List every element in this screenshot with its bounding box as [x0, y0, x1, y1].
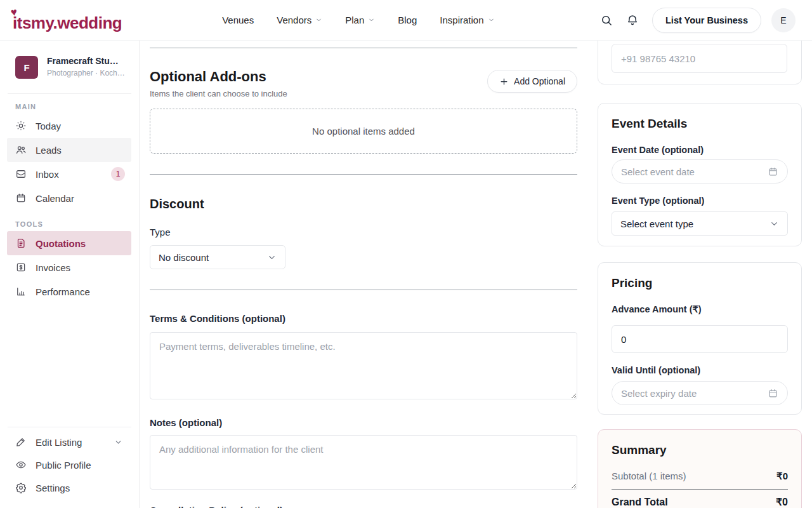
document-icon	[15, 237, 27, 249]
client-details-card	[598, 41, 802, 84]
sidebar: F Framecraft Stu… Photographer · Koch… M…	[0, 41, 140, 508]
chevron-down-icon	[114, 438, 122, 446]
sidebar-item-label: Today	[36, 121, 61, 131]
discount-type-label: Type	[150, 227, 577, 238]
calendar-icon	[15, 192, 27, 204]
divider	[8, 427, 131, 427]
notes-label: Notes (optional)	[150, 417, 577, 429]
sidebar-item-edit-listing[interactable]: Edit Listing	[7, 431, 131, 453]
cancellation-policy-label: Cancellation Policy (optional)	[150, 505, 577, 508]
list-your-business-button[interactable]: List Your Business	[652, 8, 761, 33]
sidebar-item-label: Leads	[36, 145, 62, 156]
header-actions: List Your Business E	[600, 8, 796, 33]
summary-title: Summary	[612, 443, 788, 458]
sidebar-item-inbox[interactable]: Inbox 1	[7, 162, 131, 186]
grand-total-row: Grand Total ₹0	[612, 496, 788, 508]
users-icon	[15, 144, 27, 156]
sidebar-item-label: Public Profile	[36, 460, 91, 471]
section-divider	[150, 290, 577, 290]
event-details-card: Event Details Event Date (optional) Sele…	[598, 103, 802, 246]
event-details-title: Event Details	[612, 116, 788, 131]
user-avatar[interactable]: E	[771, 8, 796, 32]
summary-divider	[612, 489, 788, 490]
pricing-title: Pricing	[612, 276, 788, 291]
main-nav: Venues Vendors Plan Blog Inspiration	[222, 15, 494, 25]
sidebar-item-label: Settings	[36, 483, 70, 493]
bell-icon[interactable]	[626, 14, 639, 27]
vendor-subtitle: Photographer · Koch…	[47, 69, 125, 77]
sun-icon	[15, 120, 27, 131]
nav-item-blog[interactable]: Blog	[398, 15, 417, 25]
inbox-icon	[15, 168, 27, 180]
search-icon[interactable]	[600, 14, 613, 27]
vendor-avatar: F	[15, 56, 38, 79]
optional-items-empty-state: No optional items added	[150, 109, 577, 154]
quotation-form: Optional Add-ons Items the client can ch…	[150, 41, 577, 508]
section-label-main: MAIN	[15, 103, 36, 110]
sidebar-item-label: Performance	[36, 286, 90, 297]
sidebar-item-label: Inbox	[36, 169, 59, 180]
event-type-select[interactable]: Select event type	[612, 211, 788, 236]
calendar-icon	[768, 166, 778, 177]
sidebar-item-label: Invoices	[36, 262, 70, 273]
advance-amount-input[interactable]	[612, 325, 788, 353]
vendor-profile[interactable]: F Framecraft Stu… Photographer · Koch…	[15, 56, 131, 79]
gear-icon	[15, 482, 27, 493]
brand-name: itsmy.wedding	[13, 13, 122, 32]
event-date-picker[interactable]: Select event date	[612, 159, 788, 184]
sidebar-item-label: Calendar	[36, 193, 74, 204]
chevron-down-icon	[769, 219, 779, 229]
valid-until-label: Valid Until (optional)	[612, 364, 788, 376]
terms-textarea[interactable]	[150, 332, 577, 399]
sidebar-item-quotations[interactable]: Quotations	[7, 231, 131, 255]
sidebar-item-label: Edit Listing	[36, 437, 82, 448]
subtotal-value: ₹0	[776, 471, 788, 482]
discount-title: Discount	[150, 196, 577, 211]
divider	[8, 93, 131, 94]
main-area: Optional Add-ons Items the client can ch…	[140, 41, 812, 508]
pencil-icon	[15, 436, 27, 448]
inbox-unread-badge: 1	[111, 167, 125, 181]
grand-total-label: Grand Total	[612, 497, 668, 508]
grand-total-value: ₹0	[776, 496, 788, 508]
heart-icon: ♥	[10, 6, 18, 18]
subtotal-label: Subtotal (1 items)	[612, 471, 686, 481]
nav-item-inspiration[interactable]: Inspiration	[440, 15, 494, 25]
chevron-down-icon	[488, 17, 495, 23]
sidebar-item-label: Quotations	[36, 238, 86, 249]
notes-textarea[interactable]	[150, 435, 577, 490]
nav-item-venues[interactable]: Venues	[222, 15, 254, 25]
brand-logo[interactable]: ♥ itsmy.wedding	[13, 10, 122, 31]
chevron-down-icon	[267, 253, 277, 262]
sidebar-item-public-profile[interactable]: Public Profile	[7, 453, 131, 476]
top-header: ♥ itsmy.wedding Venues Vendors Plan Blog…	[0, 0, 812, 41]
add-optional-button[interactable]: Add Optional	[487, 70, 577, 93]
chevron-down-icon	[315, 17, 322, 23]
nav-item-plan[interactable]: Plan	[345, 15, 375, 25]
calendar-icon	[768, 388, 778, 399]
advance-amount-label: Advance Amount (₹)	[612, 304, 788, 315]
sidebar-item-performance[interactable]: Performance	[7, 279, 131, 304]
sidebar-item-today[interactable]: Today	[7, 114, 131, 138]
optional-addons-title: Optional Add-ons	[150, 69, 287, 85]
invoice-icon	[15, 262, 27, 273]
terms-label: Terms & Conditions (optional)	[150, 313, 577, 324]
event-date-label: Event Date (optional)	[612, 144, 788, 156]
vendor-name: Framecraft Stu…	[47, 56, 125, 66]
section-divider	[150, 174, 577, 175]
sidebar-item-invoices[interactable]: Invoices	[7, 255, 131, 279]
sidebar-item-leads[interactable]: Leads	[7, 138, 131, 162]
client-phone-input[interactable]	[612, 44, 787, 73]
sidebar-item-calendar[interactable]: Calendar	[7, 186, 131, 210]
plus-icon	[499, 77, 509, 86]
nav-item-vendors[interactable]: Vendors	[277, 15, 322, 25]
bar-chart-icon	[15, 286, 27, 297]
sidebar-item-settings[interactable]: Settings	[7, 476, 131, 499]
section-label-tools: TOOLS	[15, 220, 43, 228]
event-type-label: Event Type (optional)	[612, 195, 788, 206]
summary-card: Summary Subtotal (1 items) ₹0 Grand Tota…	[598, 429, 802, 508]
discount-type-select[interactable]: No discount	[150, 245, 285, 269]
pricing-card: Pricing Advance Amount (₹) Valid Until (…	[598, 262, 802, 415]
valid-until-picker[interactable]: Select expiry date	[612, 381, 788, 405]
section-divider	[150, 48, 577, 48]
